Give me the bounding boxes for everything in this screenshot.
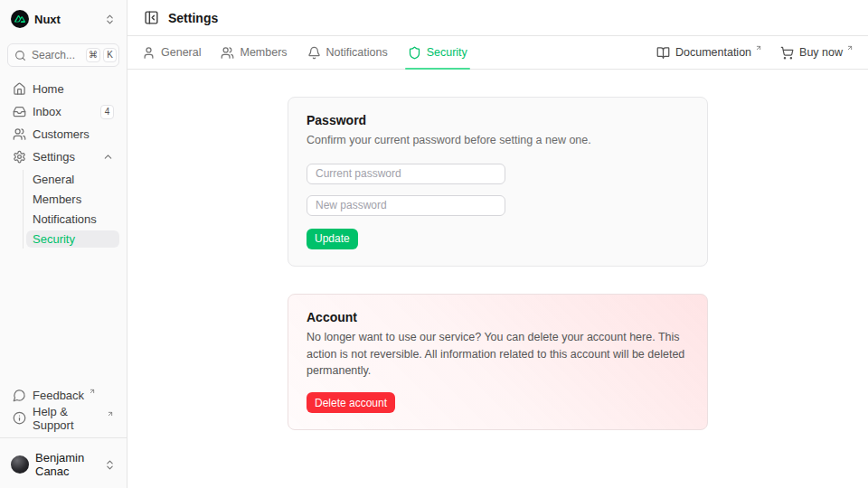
- inbox-icon: [13, 105, 26, 118]
- sidebar-item-label: Feedback: [33, 389, 84, 402]
- sidebar-item-label: General: [33, 173, 74, 186]
- external-link-icon: [107, 410, 114, 418]
- user-name: Benjamin Canac: [35, 451, 91, 478]
- sidebar-item-security[interactable]: Security: [26, 230, 119, 248]
- users-icon: [221, 46, 234, 60]
- external-link-icon: [89, 388, 96, 395]
- account-card: Account No longer want to use our servic…: [288, 294, 708, 430]
- current-password-input[interactable]: [307, 164, 505, 184]
- documentation-link[interactable]: Documentation: [656, 46, 762, 60]
- tab-label: Security: [427, 46, 467, 59]
- password-card-description: Confirm your current password before set…: [307, 132, 689, 149]
- password-card-title: Password: [307, 113, 689, 127]
- user-menu[interactable]: Benjamin Canac: [7, 448, 119, 481]
- account-card-description: No longer want to use our service? You c…: [307, 329, 689, 380]
- sidebar-item-help-support[interactable]: Help & Support: [7, 408, 119, 427]
- buy-now-link[interactable]: Buy now: [780, 46, 854, 60]
- search-icon: [14, 50, 26, 61]
- main-panel: Settings General Members Notifications: [127, 0, 868, 488]
- sidebar-item-notifications[interactable]: Notifications: [26, 211, 119, 228]
- home-icon: [13, 82, 26, 96]
- sidebar-item-label: Security: [33, 232, 75, 246]
- new-password-input[interactable]: [307, 195, 505, 216]
- external-link-icon: [755, 44, 762, 52]
- tab-members[interactable]: Members: [221, 36, 287, 69]
- link-label: Documentation: [675, 46, 751, 59]
- search-shortcut: ⌘ K: [86, 48, 117, 62]
- sidebar-item-feedback[interactable]: Feedback: [7, 386, 119, 405]
- collapse-sidebar-icon[interactable]: [144, 10, 159, 25]
- search-placeholder: Search...: [32, 49, 75, 61]
- sidebar-item-label: Members: [33, 192, 81, 206]
- sidebar-footer: Feedback Help & Support Benjamin Canac: [7, 386, 119, 481]
- tab-label: General: [161, 46, 201, 59]
- workspace-name: Nuxt: [34, 13, 61, 26]
- workspace-selector[interactable]: Nuxt: [7, 7, 119, 31]
- password-card: Password Confirm your current password b…: [288, 97, 708, 267]
- link-label: Buy now: [799, 46, 843, 59]
- info-circle-icon: [13, 411, 26, 425]
- sidebar-item-inbox[interactable]: Inbox 4: [7, 102, 119, 121]
- user-icon: [142, 46, 156, 60]
- kbd-meta: ⌘: [86, 48, 100, 62]
- app-root: Nuxt Search... ⌘ K Home: [0, 0, 868, 488]
- sidebar-item-label: Customers: [33, 127, 90, 141]
- shopping-cart-icon: [780, 46, 794, 60]
- settings-subnav: General Members Notifications Security: [23, 170, 119, 249]
- settings-tabbar: General Members Notifications Security: [127, 36, 868, 70]
- sidebar-item-customers[interactable]: Customers: [7, 125, 119, 144]
- nuxt-logo-icon: [11, 10, 29, 28]
- sidebar-item-members[interactable]: Members: [26, 191, 119, 208]
- sidebar-item-label: Home: [33, 82, 64, 96]
- page-title: Settings: [168, 11, 218, 25]
- account-card-title: Account: [307, 310, 689, 324]
- update-password-button[interactable]: Update: [307, 229, 358, 249]
- tab-general[interactable]: General: [142, 36, 201, 69]
- delete-account-button[interactable]: Delete account: [307, 392, 395, 413]
- book-open-icon: [656, 46, 670, 60]
- chevrons-up-down-icon: [104, 14, 116, 25]
- bell-icon: [307, 46, 321, 60]
- tab-label: Notifications: [326, 46, 388, 59]
- chevrons-up-down-icon: [104, 459, 116, 471]
- shield-icon: [408, 46, 421, 60]
- tab-notifications[interactable]: Notifications: [307, 36, 388, 69]
- external-link-icon: [846, 44, 854, 52]
- search-input[interactable]: Search... ⌘ K: [7, 43, 119, 67]
- sidebar-nav: Home Inbox 4 Customers Sett: [7, 80, 119, 249]
- tab-label: Members: [240, 46, 287, 59]
- users-icon: [13, 127, 26, 141]
- message-bubble-icon: [13, 389, 26, 402]
- chevron-up-icon: [102, 151, 114, 163]
- settings-security-content: Password Confirm your current password b…: [127, 70, 868, 488]
- sidebar-item-label: Settings: [33, 150, 75, 164]
- sidebar-item-general[interactable]: General: [26, 171, 119, 188]
- sidebar: Nuxt Search... ⌘ K Home: [0, 0, 127, 488]
- sidebar-item-label: Help & Support: [33, 405, 102, 432]
- gear-icon: [13, 150, 26, 164]
- sidebar-item-label: Notifications: [33, 212, 97, 226]
- sidebar-item-label: Inbox: [33, 105, 61, 118]
- header-links: Documentation Buy now: [656, 36, 854, 69]
- sidebar-divider: [0, 437, 127, 438]
- sidebar-item-settings[interactable]: Settings: [7, 147, 119, 166]
- page-header: Settings: [127, 0, 868, 36]
- user-avatar: [11, 455, 29, 474]
- kbd-k: K: [103, 48, 117, 62]
- sidebar-item-home[interactable]: Home: [7, 80, 119, 99]
- tab-security[interactable]: Security: [408, 36, 467, 69]
- inbox-count-badge: 4: [100, 105, 114, 119]
